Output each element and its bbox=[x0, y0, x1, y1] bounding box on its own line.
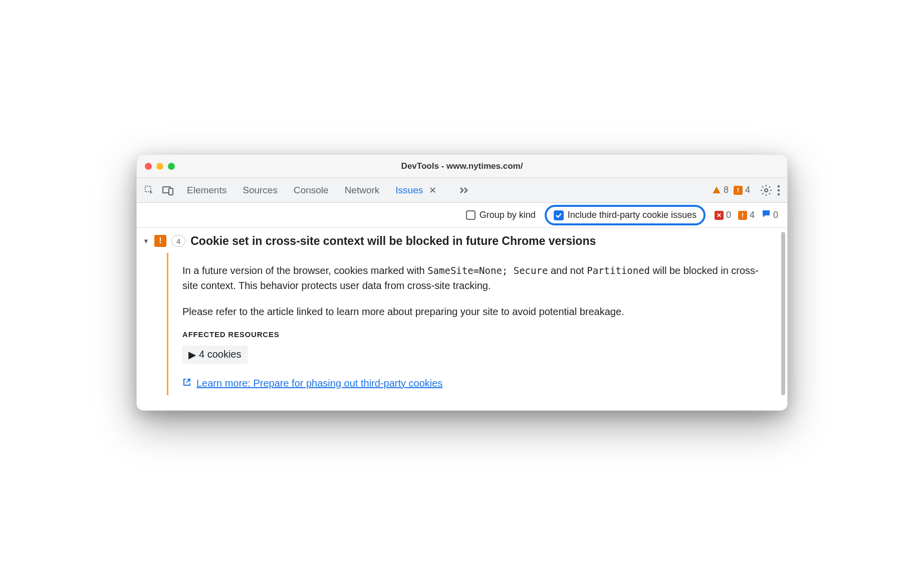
group-by-kind-checkbox[interactable]: Group by kind bbox=[466, 210, 536, 220]
issue-body-2: Please refer to the article linked to le… bbox=[182, 304, 767, 319]
tab-elements[interactable]: Elements bbox=[187, 185, 226, 196]
tab-issues[interactable]: Issues ✕ bbox=[395, 185, 436, 196]
panel-tabs: Elements Sources Console Network Issues … bbox=[187, 185, 470, 196]
include-third-party-checkbox[interactable]: Include third-party cookie issues bbox=[545, 205, 706, 225]
svg-point-4 bbox=[778, 185, 780, 187]
breaking-changes-count: 4 bbox=[750, 210, 755, 220]
tab-sources[interactable]: Sources bbox=[243, 185, 278, 196]
devtools-window: DevTools - www.nytimes.com/ Elements Sou… bbox=[136, 154, 788, 411]
affected-resources-label: AFFECTED RESOURCES bbox=[182, 330, 767, 339]
improvements-count-group[interactable]: 0 bbox=[762, 209, 778, 221]
breaking-changes-count-group[interactable]: ! 4 bbox=[738, 210, 755, 220]
affected-cookies-toggle[interactable]: ▶ 4 cookies bbox=[182, 346, 248, 364]
code-partitioned: Partitioned bbox=[587, 265, 650, 276]
warnings-count: 8 bbox=[724, 185, 729, 195]
main-toolbar: Elements Sources Console Network Issues … bbox=[137, 178, 787, 203]
issue-kind-icon: ! bbox=[154, 235, 166, 247]
traffic-lights bbox=[145, 163, 175, 170]
disclosure-triangle-icon[interactable]: ▼ bbox=[143, 237, 149, 245]
issues-badge[interactable]: ! 4 bbox=[734, 185, 750, 195]
group-by-kind-label: Group by kind bbox=[480, 210, 536, 220]
page-errors-count-group[interactable]: ✕ 0 bbox=[715, 210, 731, 220]
issue-kind-counts: ✕ 0 ! 4 0 bbox=[715, 209, 778, 221]
include-third-party-label: Include third-party cookie issues bbox=[568, 210, 697, 220]
scrollbar[interactable] bbox=[781, 232, 785, 395]
page-errors-count: 0 bbox=[726, 210, 731, 220]
more-tabs-icon[interactable] bbox=[459, 187, 470, 194]
warnings-badge[interactable]: 8 bbox=[712, 185, 729, 195]
svg-point-6 bbox=[778, 193, 780, 195]
tab-console[interactable]: Console bbox=[294, 185, 329, 196]
issue-count-pill: 4 bbox=[171, 235, 185, 247]
issue-title: Cookie set in cross-site context will be… bbox=[190, 234, 596, 249]
learn-more-label: Learn more: Prepare for phasing out thir… bbox=[196, 378, 442, 389]
warning-square-icon: ! bbox=[738, 211, 747, 220]
learn-more-link[interactable]: Learn more: Prepare for phasing out thir… bbox=[182, 378, 442, 389]
error-square-icon: ✕ bbox=[715, 211, 724, 220]
checkbox-checked-icon bbox=[554, 210, 564, 220]
issues-count: 4 bbox=[745, 185, 750, 195]
checkbox-unchecked-icon bbox=[466, 210, 476, 220]
tab-issues-label: Issues bbox=[395, 185, 423, 195]
issue-square-icon: ! bbox=[734, 186, 743, 195]
info-chat-icon bbox=[762, 209, 771, 221]
issue-body-pre: In a future version of the browser, cook… bbox=[182, 265, 427, 276]
more-menu-icon[interactable] bbox=[777, 185, 780, 196]
settings-gear-icon[interactable] bbox=[760, 184, 772, 196]
device-toolbar-icon[interactable] bbox=[162, 185, 174, 195]
window-titlebar: DevTools - www.nytimes.com/ bbox=[137, 155, 787, 178]
affected-cookies-label: 4 cookies bbox=[199, 349, 242, 360]
svg-point-3 bbox=[765, 189, 768, 192]
window-title: DevTools - www.nytimes.com/ bbox=[145, 161, 779, 171]
issues-content: ▼ ! 4 Cookie set in cross-site context w… bbox=[137, 228, 787, 410]
external-link-icon bbox=[182, 378, 191, 389]
issue-body-mid: and not bbox=[548, 265, 587, 276]
code-samesite: SameSite=None; Secure bbox=[427, 265, 548, 276]
issue-header-row[interactable]: ▼ ! 4 Cookie set in cross-site context w… bbox=[143, 234, 777, 249]
svg-rect-2 bbox=[169, 188, 173, 195]
close-window-button[interactable] bbox=[145, 163, 152, 170]
disclosure-right-icon: ▶ bbox=[188, 349, 196, 361]
minimize-window-button[interactable] bbox=[156, 163, 163, 170]
issues-toolbar: Group by kind Include third-party cookie… bbox=[137, 203, 787, 228]
tab-network[interactable]: Network bbox=[345, 185, 380, 196]
issue-detail: In a future version of the browser, cook… bbox=[167, 253, 777, 395]
issue-body-1: In a future version of the browser, cook… bbox=[182, 263, 767, 293]
maximize-window-button[interactable] bbox=[168, 163, 175, 170]
inspect-element-icon[interactable] bbox=[144, 185, 155, 196]
close-tab-icon[interactable]: ✕ bbox=[429, 185, 436, 195]
svg-point-5 bbox=[778, 189, 780, 191]
improvements-count: 0 bbox=[773, 210, 778, 220]
